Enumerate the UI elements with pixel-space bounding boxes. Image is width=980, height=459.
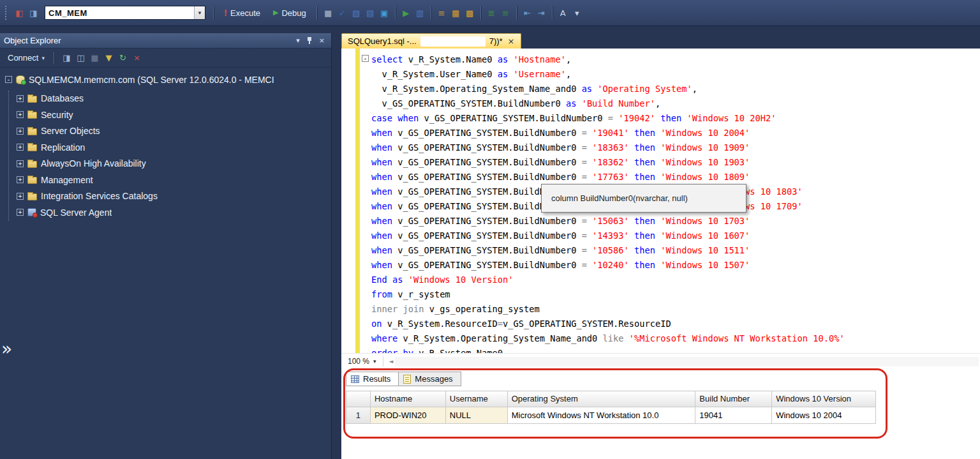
column-header-build-number[interactable]: Build Number [695, 391, 772, 407]
execute-button[interactable]: ! Execute [219, 7, 265, 19]
expand-icon[interactable]: + [17, 193, 24, 200]
tree-item-label: Integration Services Catalogs [41, 191, 158, 201]
results-to-file-icon[interactable]: ▩ [464, 7, 476, 19]
tree-item-label: SQLMEMCM.memcm.com (SQL Server 12.0.6024… [29, 75, 274, 85]
sql-agent-icon [27, 208, 36, 216]
code-line: End as 'Windows 10 Version' [371, 273, 980, 287]
toolbar-overflow-icon[interactable]: ▾ [571, 7, 583, 19]
collapse-icon[interactable]: - [5, 76, 12, 83]
code-line: from v_r_system [371, 287, 980, 302]
tab-sqlquery1[interactable]: SQLQuery1.sql -... 7))* × [341, 33, 521, 49]
redacted-text-block [420, 36, 486, 47]
complete-word-icon[interactable]: A [557, 7, 569, 19]
zoom-control[interactable]: 100 % ▾ [345, 356, 379, 367]
tree-item-server[interactable]: - SQLMEMCM.memcm.com (SQL Server 12.0.60… [5, 71, 331, 88]
grid-corner[interactable] [346, 391, 371, 407]
change-connection-icon[interactable]: ◨ [27, 7, 40, 19]
column-header-windows-10-version[interactable]: Windows 10 Version [772, 391, 876, 407]
parse-query-icon[interactable]: ✓ [336, 7, 348, 19]
debug-play-icon: ▶ [273, 9, 278, 17]
query-options-icon[interactable]: ▤ [364, 7, 376, 19]
tree-item-alwayson-high-availability[interactable]: + AlwaysOn High Availability [17, 156, 331, 172]
cell-operating-system[interactable]: Microsoft Windows NT Workstation 10.0 [508, 407, 696, 424]
code-line: v_R_System.Operating_System_Name_and0 as… [371, 82, 980, 96]
connect-button[interactable]: Connect ▾ [5, 52, 47, 64]
cell-windows-10-version[interactable]: Windows 10 2004 [772, 407, 876, 424]
tree-item-replication[interactable]: + Replication [17, 139, 331, 156]
collapse-region-icon[interactable]: - [362, 55, 369, 62]
tree-item-label: Management [41, 175, 93, 185]
expand-icon[interactable]: + [17, 176, 24, 183]
cancel-query-icon[interactable]: ■ [322, 7, 334, 19]
server-icon [16, 75, 25, 84]
pin-icon[interactable] [306, 36, 313, 45]
hscroll-left-arrow[interactable]: ◄ [387, 358, 396, 365]
intellisense-tooltip: column BuildNumber0(nvarchar, null) [541, 184, 746, 213]
tab-results-label: Results [363, 374, 390, 384]
tab-messages[interactable]: Messages [398, 372, 461, 386]
connect-icon[interactable]: ◧ [13, 7, 26, 19]
stop-process-icon[interactable]: ■ [89, 52, 101, 64]
intellisense-icon[interactable]: ▣ [378, 7, 390, 19]
comment-out-icon[interactable]: ≣ [486, 7, 498, 19]
tree-item-label: Databases [41, 93, 84, 103]
refresh-icon[interactable]: ↻ [117, 52, 129, 64]
object-explorer-titlebar[interactable]: Object Explorer ▾ × [0, 33, 331, 49]
client-statistics-icon[interactable]: ▥ [414, 7, 426, 19]
expand-icon[interactable]: + [17, 95, 24, 102]
code-line: v_GS_OPERATING_SYSTEM.BuildNumber0 as 'B… [371, 96, 980, 111]
toolbar-separator [552, 6, 553, 19]
toolbar-drag-handle[interactable] [5, 6, 8, 20]
tree-item-label: AlwaysOn High Availability [41, 158, 146, 169]
cell-build-number[interactable]: 19041 [695, 407, 772, 424]
actual-plan-icon[interactable]: ▶ [400, 7, 412, 19]
cell-hostname[interactable]: PROD-WIN20 [371, 407, 446, 424]
column-header-operating-system[interactable]: Operating System [508, 391, 696, 407]
remove-icon[interactable]: × [131, 52, 143, 64]
database-combo[interactable]: CM_MEM ▾ [45, 6, 205, 20]
column-header-username[interactable]: Username [446, 391, 508, 407]
tree-item-sql-server-agent[interactable]: + SQL Server Agent [17, 204, 331, 221]
tab-title: SQLQuery1.sql -... [348, 36, 417, 46]
expand-icon[interactable]: + [17, 128, 24, 135]
debug-button[interactable]: ▶ Debug [268, 7, 311, 19]
uncomment-icon[interactable]: ≡ [500, 7, 512, 19]
decrease-indent-icon[interactable]: ⇤ [521, 7, 533, 19]
object-explorer-panel: Object Explorer ▾ × Connect ▾ ◨◫■▼↻× - S… [0, 33, 332, 459]
tree-item-integration-services-catalogs[interactable]: + Integration Services Catalogs [17, 188, 331, 205]
tab-results[interactable]: Results [346, 372, 399, 386]
code-line: on v_R_System.ResourceID=v_GS_OPERATING_… [371, 317, 980, 331]
expand-icon[interactable]: + [17, 111, 24, 118]
combo-dropdown-icon[interactable]: ▾ [194, 6, 205, 19]
tree-item-server-objects[interactable]: + Server Objects [17, 123, 331, 140]
tree-item-management[interactable]: + Management [17, 172, 331, 188]
tab-close-icon[interactable]: × [508, 36, 515, 46]
cell-username[interactable]: NULL [446, 407, 508, 424]
horizontal-scrollbar[interactable] [395, 357, 979, 366]
results-to-grid-icon[interactable]: ▦ [450, 7, 462, 19]
chevron-down-icon: ▾ [41, 55, 45, 61]
filter-icon[interactable]: ▼ [103, 52, 115, 64]
code-line: case when v_GS_OPERATING_SYSTEM.BuildNum… [371, 111, 980, 126]
connect-server-icon[interactable]: ◨ [61, 52, 73, 64]
code-line: when v_GS_OPERATING_SYSTEM.BuildNumber0 … [371, 214, 980, 229]
estimated-plan-icon[interactable]: ▧ [350, 7, 362, 19]
folder-icon [27, 128, 37, 135]
tree-item-security[interactable]: + Security [17, 107, 331, 123]
disconnect-server-icon[interactable]: ◫ [75, 52, 87, 64]
code-line: select v_R_System.Name0 as 'Hostname', [371, 52, 980, 67]
row-number[interactable]: 1 [346, 407, 371, 424]
expand-collapsed-panel-button[interactable]: » [1, 340, 12, 358]
results-grid[interactable]: Hostname Username Operating System Build… [346, 391, 876, 424]
expand-icon[interactable]: + [17, 160, 24, 167]
column-header-hostname[interactable]: Hostname [371, 391, 446, 407]
expand-icon[interactable]: + [17, 209, 24, 216]
tree-item-databases[interactable]: + Databases [17, 91, 331, 107]
window-position-caret-icon[interactable]: ▾ [296, 36, 300, 45]
results-to-text-icon[interactable]: ≡ [436, 7, 448, 19]
increase-indent-icon[interactable]: ⇥ [535, 7, 547, 19]
object-explorer-toolbar: Connect ▾ ◨◫■▼↻× [0, 49, 331, 68]
expand-icon[interactable]: + [17, 144, 24, 151]
sql-editor[interactable]: - select v_R_System.Name0 as 'Hostname',… [341, 49, 980, 353]
close-icon[interactable]: × [319, 36, 325, 45]
